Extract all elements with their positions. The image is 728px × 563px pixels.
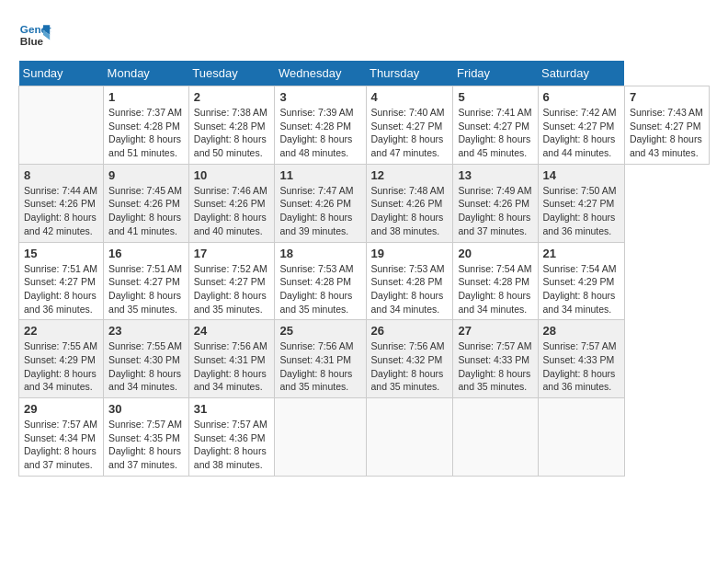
day-info: Sunrise: 7:46 AMSunset: 4:26 PMDaylight:… [194,184,270,238]
day-info: Sunrise: 7:51 AMSunset: 4:27 PMDaylight:… [24,262,98,316]
calendar-week-row: 22Sunrise: 7:55 AMSunset: 4:29 PMDayligh… [19,320,710,398]
day-number: 9 [108,168,184,182]
day-info: Sunrise: 7:39 AMSunset: 4:28 PMDaylight:… [279,106,360,160]
calendar-cell: 27Sunrise: 7:57 AMSunset: 4:33 PMDayligh… [453,320,538,398]
day-info: Sunrise: 7:57 AMSunset: 4:36 PMDaylight:… [194,418,270,472]
svg-text:Blue: Blue [20,35,44,47]
day-number: 21 [543,247,620,260]
day-info: Sunrise: 7:42 AMSunset: 4:27 PMDaylight:… [543,106,620,160]
day-info: Sunrise: 7:52 AMSunset: 4:27 PMDaylight:… [194,262,270,316]
calendar-cell: 18Sunrise: 7:53 AMSunset: 4:28 PMDayligh… [275,242,366,320]
day-number: 2 [194,90,270,104]
day-number: 29 [24,402,98,416]
calendar-header-saturday: Saturday [538,61,624,86]
day-number: 16 [108,247,184,260]
calendar-header-sunday: Sunday [19,61,104,86]
day-info: Sunrise: 7:57 AMSunset: 4:33 PMDaylight:… [543,339,620,394]
day-info: Sunrise: 7:47 AMSunset: 4:26 PMDaylight:… [279,184,360,238]
day-info: Sunrise: 7:44 AMSunset: 4:26 PMDaylight:… [24,184,98,238]
calendar-cell [538,398,624,477]
calendar-cell: 26Sunrise: 7:56 AMSunset: 4:32 PMDayligh… [366,320,453,398]
day-number: 14 [543,168,620,182]
day-info: Sunrise: 7:56 AMSunset: 4:32 PMDaylight:… [371,339,449,394]
day-info: Sunrise: 7:38 AMSunset: 4:28 PMDaylight:… [194,106,270,160]
day-info: Sunrise: 7:54 AMSunset: 4:29 PMDaylight:… [543,262,620,316]
day-info: Sunrise: 7:45 AMSunset: 4:26 PMDaylight:… [108,184,184,238]
calendar-cell: 16Sunrise: 7:51 AMSunset: 4:27 PMDayligh… [104,242,189,320]
day-info: Sunrise: 7:56 AMSunset: 4:31 PMDaylight:… [279,339,360,394]
day-info: Sunrise: 7:41 AMSunset: 4:27 PMDaylight:… [458,106,532,160]
calendar-header-friday: Friday [453,61,538,86]
calendar-cell: 23Sunrise: 7:55 AMSunset: 4:30 PMDayligh… [104,320,189,398]
day-number: 6 [543,90,620,104]
calendar-week-row: 8Sunrise: 7:44 AMSunset: 4:26 PMDaylight… [19,164,710,242]
day-number: 31 [194,402,270,416]
day-number: 3 [279,90,360,104]
day-number: 10 [194,168,270,182]
day-number: 12 [371,168,449,182]
calendar-cell: 5Sunrise: 7:41 AMSunset: 4:27 PMDaylight… [453,86,538,165]
calendar-cell: 8Sunrise: 7:44 AMSunset: 4:26 PMDaylight… [19,164,104,242]
logo: General Blue [18,18,51,52]
calendar-cell: 20Sunrise: 7:54 AMSunset: 4:28 PMDayligh… [453,242,538,320]
day-info: Sunrise: 7:57 AMSunset: 4:33 PMDaylight:… [458,339,532,394]
calendar-cell: 7Sunrise: 7:43 AMSunset: 4:27 PMDaylight… [624,86,709,165]
day-info: Sunrise: 7:54 AMSunset: 4:28 PMDaylight:… [458,262,532,316]
calendar-cell: 11Sunrise: 7:47 AMSunset: 4:26 PMDayligh… [275,164,366,242]
calendar-header-row: SundayMondayTuesdayWednesdayThursdayFrid… [19,61,710,86]
day-info: Sunrise: 7:49 AMSunset: 4:26 PMDaylight:… [458,184,532,238]
calendar-cell: 15Sunrise: 7:51 AMSunset: 4:27 PMDayligh… [19,242,104,320]
day-info: Sunrise: 7:50 AMSunset: 4:27 PMDaylight:… [543,184,620,238]
day-number: 27 [458,324,532,338]
calendar-cell: 14Sunrise: 7:50 AMSunset: 4:27 PMDayligh… [538,164,624,242]
day-number: 20 [458,247,532,260]
day-number: 15 [24,247,98,260]
calendar-week-row: 1Sunrise: 7:37 AMSunset: 4:28 PMDaylight… [19,86,710,165]
calendar-cell: 17Sunrise: 7:52 AMSunset: 4:27 PMDayligh… [188,242,275,320]
day-info: Sunrise: 7:51 AMSunset: 4:27 PMDaylight:… [108,262,184,316]
logo-icon: General Blue [18,18,51,52]
day-number: 1 [108,90,184,104]
day-info: Sunrise: 7:48 AMSunset: 4:26 PMDaylight:… [371,184,449,238]
calendar-header-tuesday: Tuesday [188,61,275,86]
day-number: 26 [371,324,449,338]
calendar-cell: 29Sunrise: 7:57 AMSunset: 4:34 PMDayligh… [19,398,104,477]
calendar-cell: 10Sunrise: 7:46 AMSunset: 4:26 PMDayligh… [188,164,275,242]
day-number: 25 [279,324,360,338]
calendar-cell: 25Sunrise: 7:56 AMSunset: 4:31 PMDayligh… [275,320,366,398]
day-number: 11 [279,168,360,182]
calendar-cell: 9Sunrise: 7:45 AMSunset: 4:26 PMDaylight… [104,164,189,242]
day-number: 30 [108,402,184,416]
calendar-week-row: 15Sunrise: 7:51 AMSunset: 4:27 PMDayligh… [19,242,710,320]
calendar-cell [275,398,366,477]
day-info: Sunrise: 7:53 AMSunset: 4:28 PMDaylight:… [279,262,360,316]
calendar-cell: 24Sunrise: 7:56 AMSunset: 4:31 PMDayligh… [188,320,275,398]
day-number: 5 [458,90,532,104]
calendar-header-thursday: Thursday [366,61,453,86]
day-info: Sunrise: 7:57 AMSunset: 4:34 PMDaylight:… [24,418,98,472]
day-info: Sunrise: 7:37 AMSunset: 4:28 PMDaylight:… [108,106,184,160]
calendar-cell: 28Sunrise: 7:57 AMSunset: 4:33 PMDayligh… [538,320,624,398]
day-info: Sunrise: 7:55 AMSunset: 4:30 PMDaylight:… [108,339,184,394]
calendar-cell: 3Sunrise: 7:39 AMSunset: 4:28 PMDaylight… [275,86,366,165]
day-number: 4 [371,90,449,104]
calendar-cell: 1Sunrise: 7:37 AMSunset: 4:28 PMDaylight… [104,86,189,165]
day-number: 19 [371,247,449,260]
day-number: 8 [24,168,98,182]
calendar-week-row: 29Sunrise: 7:57 AMSunset: 4:34 PMDayligh… [19,398,710,477]
calendar-cell: 21Sunrise: 7:54 AMSunset: 4:29 PMDayligh… [538,242,624,320]
calendar-cell: 2Sunrise: 7:38 AMSunset: 4:28 PMDaylight… [188,86,275,165]
calendar-cell: 13Sunrise: 7:49 AMSunset: 4:26 PMDayligh… [453,164,538,242]
day-info: Sunrise: 7:43 AMSunset: 4:27 PMDaylight:… [630,106,704,160]
calendar-cell [19,86,104,165]
day-number: 18 [279,247,360,260]
calendar-cell: 12Sunrise: 7:48 AMSunset: 4:26 PMDayligh… [366,164,453,242]
day-number: 23 [108,324,184,338]
day-info: Sunrise: 7:55 AMSunset: 4:29 PMDaylight:… [24,339,98,394]
calendar-cell: 19Sunrise: 7:53 AMSunset: 4:28 PMDayligh… [366,242,453,320]
day-info: Sunrise: 7:40 AMSunset: 4:27 PMDaylight:… [371,106,449,160]
calendar-cell [453,398,538,477]
day-number: 13 [458,168,532,182]
day-number: 17 [194,247,270,260]
calendar-cell: 22Sunrise: 7:55 AMSunset: 4:29 PMDayligh… [19,320,104,398]
